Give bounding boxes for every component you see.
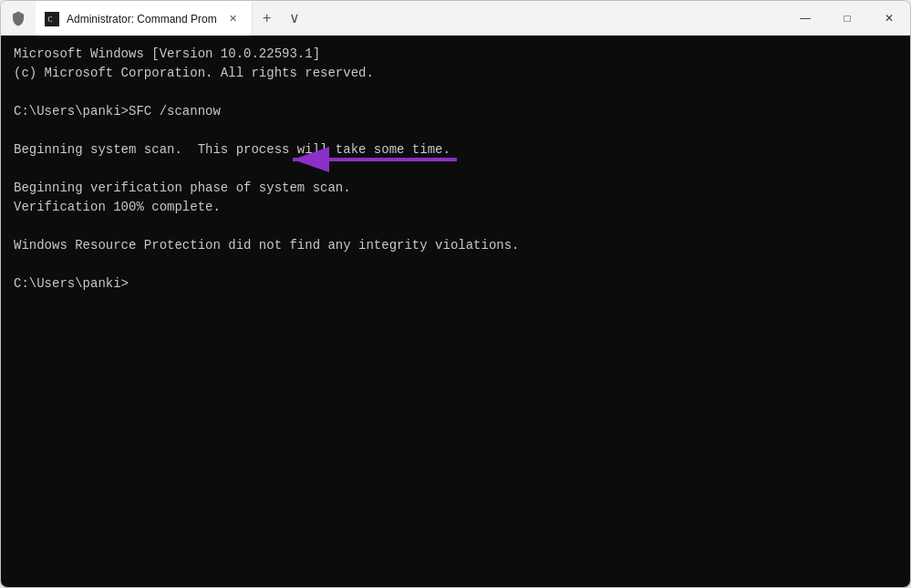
maximize-button[interactable]: □ [826,1,868,36]
cmd-icon: C [45,12,59,26]
terminal-line-8: Beginning verification phase of system s… [14,179,897,198]
terminal-line-2: (c) Microsoft Corporation. All rights re… [14,64,897,83]
tab-label: Administrator: Command Prom [67,13,217,26]
tab-close-button[interactable]: ✕ [224,10,243,28]
terminal-blank-1 [14,83,897,102]
terminal-line-6: Beginning system scan. This process will… [14,140,897,160]
terminal-output[interactable]: Microsoft Windows [Version 10.0.22593.1]… [1,36,910,587]
terminal-blank-3 [14,160,897,179]
titlebar: C Administrator: Command Prom ✕ + ∨ — □ … [1,1,910,36]
titlebar-left: C Administrator: Command Prom ✕ + ∨ [1,1,784,35]
minimize-button[interactable]: — [784,1,826,36]
close-button[interactable]: ✕ [868,1,910,36]
tab-dropdown-button[interactable]: ∨ [282,5,307,31]
terminal-blank-4 [14,217,897,236]
terminal-blank-5 [14,255,897,274]
window: C Administrator: Command Prom ✕ + ∨ — □ … [0,0,911,588]
new-tab-button[interactable]: + [253,4,282,33]
svg-text:C: C [48,15,53,24]
terminal-line-13: C:\Users\panki> [14,274,897,294]
active-tab[interactable]: C Administrator: Command Prom ✕ [36,1,253,36]
terminal-line-9: Verification 100% complete. [14,198,897,217]
shield-icon [1,1,36,36]
terminal-line-11: Windows Resource Protection did not find… [14,236,897,255]
window-controls: — □ ✕ [784,1,910,35]
terminal-blank-2 [14,121,897,140]
terminal-line-4: C:\Users\panki>SFC /scannow [14,102,897,121]
terminal-line-1: Microsoft Windows [Version 10.0.22593.1] [14,45,897,64]
